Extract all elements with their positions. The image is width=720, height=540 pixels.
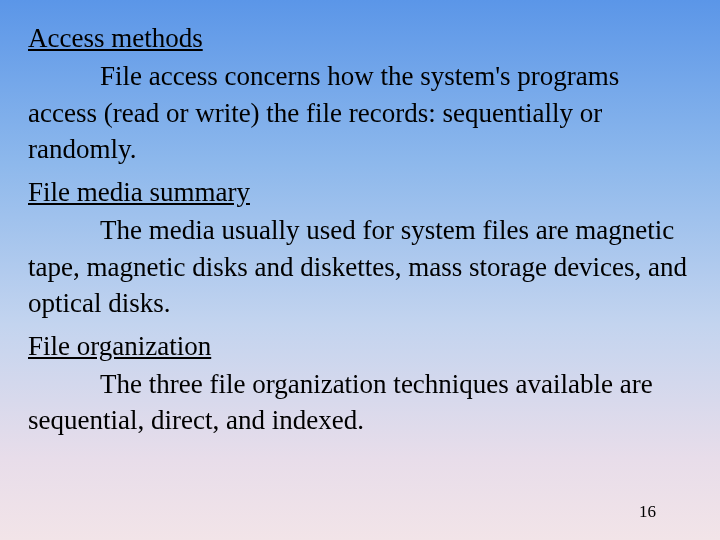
section-body-1: File access concerns how the system's pr… [28,58,692,167]
section-body-2: The media usually used for system files … [28,212,692,321]
page-number: 16 [639,502,656,522]
section-heading-3: File organization [28,328,692,364]
section-heading-1: Access methods [28,20,692,56]
section-heading-2: File media summary [28,174,692,210]
section-body-3: The three file organization techniques a… [28,366,692,439]
slide: Access methods File access concerns how … [0,0,720,540]
